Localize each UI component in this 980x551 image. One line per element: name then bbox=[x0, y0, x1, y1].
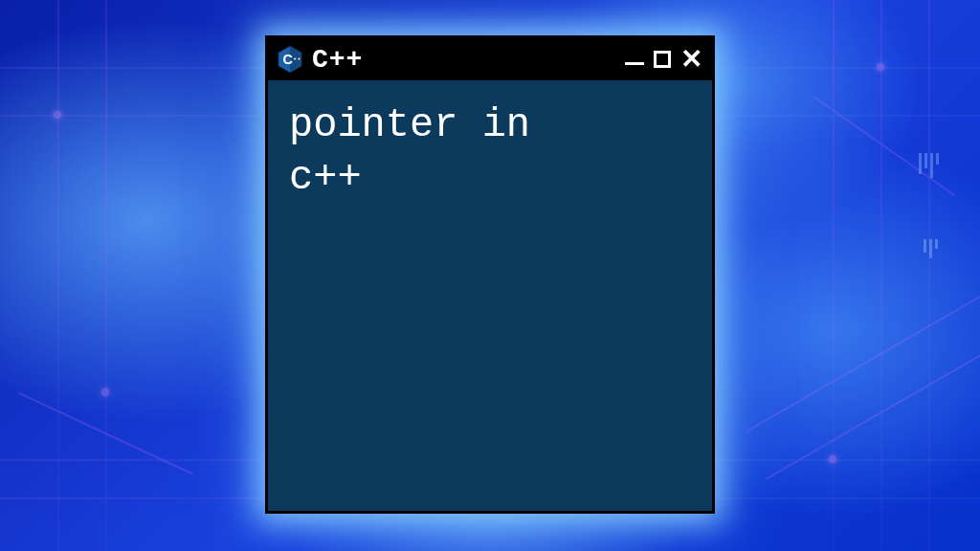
terminal-line-2: c++ bbox=[289, 152, 691, 205]
maximize-icon bbox=[654, 51, 671, 68]
window-titlebar[interactable]: C + + C++ ✕ bbox=[268, 38, 712, 80]
maximize-button[interactable] bbox=[654, 51, 671, 68]
svg-text:+: + bbox=[298, 55, 301, 61]
minimize-icon bbox=[625, 62, 644, 65]
terminal-window: C + + C++ ✕ pointer in c++ bbox=[265, 35, 715, 514]
terminal-content: pointer in c++ bbox=[268, 80, 712, 223]
window-controls: ✕ bbox=[625, 46, 702, 73]
cpp-logo-icon: C + + bbox=[276, 45, 304, 74]
minimize-button[interactable] bbox=[625, 55, 644, 65]
svg-text:+: + bbox=[294, 55, 297, 61]
svg-text:C: C bbox=[282, 52, 292, 67]
window-title: C++ bbox=[312, 45, 363, 75]
close-button[interactable]: ✕ bbox=[680, 46, 702, 73]
terminal-line-1: pointer in bbox=[289, 99, 691, 152]
